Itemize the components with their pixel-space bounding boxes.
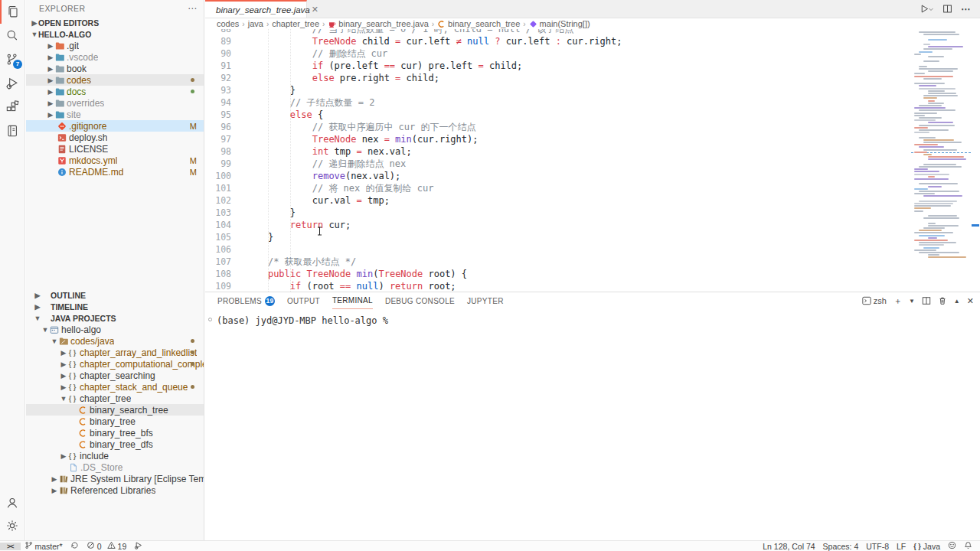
- tree-item-referencedlibraries[interactable]: ▶Referenced Libraries: [26, 484, 204, 496]
- breadcrumb-item[interactable]: binary_search_tree: [437, 19, 520, 28]
- more-actions-icon[interactable]: ⋯: [961, 4, 971, 15]
- activity-extensions-icon[interactable]: [0, 95, 24, 119]
- java-projects-section[interactable]: ▼ JAVA PROJECTS: [26, 312, 204, 324]
- indentation[interactable]: Spaces: 4: [819, 541, 863, 551]
- minimap[interactable]: [911, 29, 971, 292]
- code-line-106[interactable]: 106: [205, 243, 911, 256]
- git-branch-status[interactable]: master*: [21, 541, 67, 551]
- tree-item-.vscode[interactable]: ▶.vscode: [26, 51, 204, 63]
- tree-item-overrides[interactable]: ▶overrides: [26, 97, 204, 109]
- tree-item-license[interactable]: LICENSE: [26, 143, 204, 155]
- tree-item-mkdocs.yml[interactable]: mkdocs.ymlM: [26, 155, 204, 166]
- tree-item-readme.md[interactable]: README.mdM: [26, 166, 204, 178]
- scrollbar[interactable]: [971, 29, 980, 292]
- code-line-90[interactable]: 90 // 删除结点 cur: [205, 47, 911, 60]
- run-status[interactable]: [130, 541, 146, 551]
- root-folder-section[interactable]: ▼ HELLO-ALGO: [26, 28, 204, 40]
- timeline-section[interactable]: ▶ TIMELINE: [26, 301, 204, 312]
- code-line-99[interactable]: 99 // 递归删除结点 nex: [205, 158, 911, 170]
- problems-status[interactable]: 019: [83, 541, 131, 551]
- terminal-profile[interactable]: zsh: [862, 296, 887, 305]
- tree-item-binary_tree[interactable]: binary_tree: [26, 416, 204, 427]
- tree-item-binary_search_tree[interactable]: binary_search_tree: [26, 404, 204, 416]
- tree-item-hello-algo[interactable]: ▼hello-algo: [26, 324, 204, 335]
- code-line-95[interactable]: 95 else {: [205, 109, 911, 121]
- kill-terminal-icon[interactable]: [938, 296, 947, 305]
- tree-item-include[interactable]: ▶{ }include: [26, 450, 204, 461]
- activity-source-control-icon[interactable]: 7: [0, 47, 24, 71]
- eol[interactable]: LF: [893, 541, 910, 551]
- sync-button[interactable]: [67, 541, 83, 551]
- code-line-102[interactable]: 102 cur.val = tmp;: [205, 194, 911, 207]
- close-icon[interactable]: ✕: [310, 5, 320, 15]
- tree-item-site[interactable]: ▶site: [26, 109, 204, 120]
- tree-item-jresystemlibraryeclipsetemurin1717....[interactable]: ▶JRE System Library [Eclipse Temurin 17 …: [26, 473, 204, 484]
- activity-notebook-icon[interactable]: [0, 119, 24, 142]
- code-line-101[interactable]: 101 // 将 nex 的值复制给 cur: [205, 182, 911, 194]
- tree-item-.gitignore[interactable]: .gitignoreM: [26, 120, 204, 132]
- encoding[interactable]: UTF-8: [862, 541, 893, 551]
- panel-tab-problems[interactable]: PROBLEMS19: [217, 292, 275, 309]
- tree-item-chapter_stack_and_queue[interactable]: ▶{ }chapter_stack_and_queue: [26, 381, 204, 393]
- panel-tab-debug-console[interactable]: DEBUG CONSOLE: [385, 292, 455, 309]
- activity-run-debug-icon[interactable]: [0, 71, 24, 95]
- code-line-98[interactable]: 98 int tmp = nex.val;: [205, 145, 911, 158]
- tree-item-chapter_searching[interactable]: ▶{ }chapter_searching: [26, 370, 204, 381]
- code-line-96[interactable]: 96 // 获取中序遍历中 cur 的下一个结点: [205, 121, 911, 133]
- tree-item-codesjava[interactable]: ▼codes/java: [26, 335, 204, 347]
- new-terminal-button[interactable]: ＋: [893, 295, 902, 307]
- tree-item-docs[interactable]: ▶docs: [26, 86, 204, 97]
- tab-binary-search-tree[interactable]: binary_search_tree.java ✕: [205, 0, 307, 18]
- breadcrumb-item[interactable]: main(String[]): [529, 19, 590, 28]
- close-panel-icon[interactable]: ✕: [967, 296, 974, 306]
- tree-item-deploy.sh[interactable]: deploy.sh: [26, 132, 204, 143]
- split-terminal-icon[interactable]: [922, 296, 931, 305]
- panel-tab-jupyter[interactable]: JUPYTER: [467, 292, 504, 309]
- tree-item-.git[interactable]: ▶.git: [26, 40, 204, 51]
- more-actions-icon[interactable]: ⋯: [188, 3, 198, 14]
- panel-tab-output[interactable]: OUTPUT: [287, 292, 320, 309]
- split-editor-icon[interactable]: [942, 4, 952, 14]
- code-line-94[interactable]: 94 // 子结点数量 = 2: [205, 96, 911, 109]
- tree-item-chapter_array_and_linkedlist[interactable]: ▶{ }chapter_array_and_linkedlist: [26, 347, 204, 358]
- code-line-109[interactable]: 109 if (root == null) return root;: [205, 280, 911, 292]
- feedback-button[interactable]: [944, 541, 960, 551]
- breadcrumb-item[interactable]: java: [248, 19, 263, 28]
- tree-item-chapter_tree[interactable]: ▼{ }chapter_tree: [26, 393, 204, 404]
- language-mode[interactable]: { }Java: [910, 541, 944, 551]
- activity-search-icon[interactable]: [0, 24, 24, 47]
- activity-account-icon[interactable]: [0, 491, 24, 514]
- code-line-105[interactable]: 105 }: [205, 231, 911, 243]
- notifications-button[interactable]: [960, 541, 980, 551]
- code-line-104[interactable]: 104 return cur;: [205, 219, 911, 231]
- code-line-107[interactable]: 107 /* 获取最小结点 */: [205, 256, 911, 268]
- tree-item-.ds_store[interactable]: .DS_Store: [26, 461, 204, 473]
- code-line-88[interactable]: 88 // 当子结点数量 = 0 / 1 时, child = null / 该…: [205, 29, 911, 35]
- activity-explorer-icon[interactable]: [0, 0, 24, 24]
- panel-tab-terminal[interactable]: TERMINAL: [332, 292, 373, 309]
- code-editor[interactable]: 88 // 当子结点数量 = 0 / 1 时, child = null / 该…: [205, 29, 980, 292]
- breadcrumb-item[interactable]: binary_search_tree.java: [328, 19, 428, 28]
- code-line-108[interactable]: 108 public TreeNode min(TreeNode root) {: [205, 268, 911, 280]
- tree-item-book[interactable]: ▶book: [26, 63, 204, 74]
- breadcrumb-item[interactable]: chapter_tree: [272, 19, 319, 28]
- tree-item-chapter_computational_complexity[interactable]: ▶{ }chapter_computational_complexity: [26, 358, 204, 370]
- outline-section[interactable]: ▶ OUTLINE: [26, 289, 204, 301]
- chevron-down-icon[interactable]: ▼: [909, 298, 915, 305]
- run-button[interactable]: [920, 4, 934, 14]
- open-editors-section[interactable]: ▶ OPEN EDITORS: [26, 17, 204, 28]
- activity-settings-icon[interactable]: [0, 514, 24, 537]
- code-line-92[interactable]: 92 else pre.right = child;: [205, 72, 911, 84]
- remote-indicator[interactable]: ><: [0, 541, 21, 551]
- terminal[interactable]: (base) jyd@JYD-MBP hello-algo %: [205, 309, 980, 540]
- maximize-panel-icon[interactable]: ▲: [954, 298, 960, 305]
- code-line-97[interactable]: 97 TreeNode nex = min(cur.right);: [205, 133, 911, 145]
- code-line-89[interactable]: 89 TreeNode child = cur.left ≠ null ? cu…: [205, 35, 911, 47]
- code-line-103[interactable]: 103 }: [205, 207, 911, 219]
- cursor-position[interactable]: Ln 128, Col 74: [759, 541, 818, 551]
- tree-item-binary_tree_bfs[interactable]: binary_tree_bfs: [26, 427, 204, 439]
- code-line-93[interactable]: 93 }: [205, 84, 911, 96]
- tree-item-codes[interactable]: ▶codes: [26, 74, 204, 86]
- code-line-100[interactable]: 100 remove(nex.val);: [205, 170, 911, 182]
- tree-item-binary_tree_dfs[interactable]: binary_tree_dfs: [26, 439, 204, 450]
